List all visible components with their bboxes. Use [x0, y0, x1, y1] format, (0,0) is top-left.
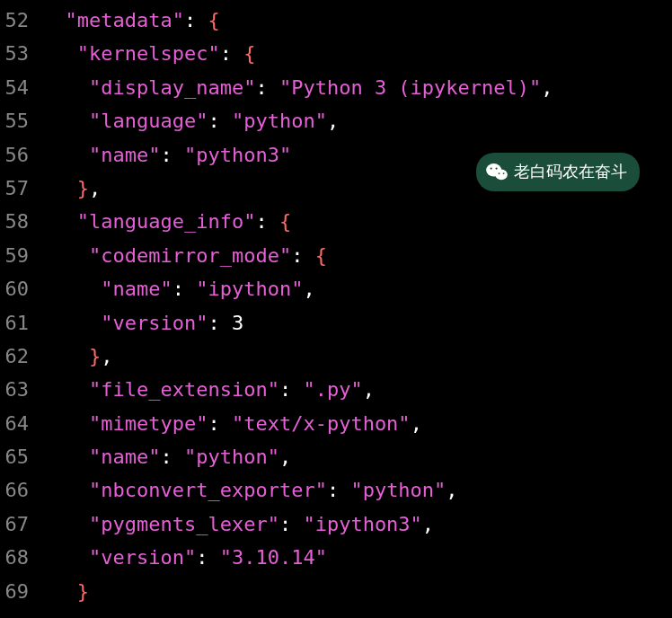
token-key: "kernelspec"	[77, 42, 220, 65]
token-punct: ,	[422, 513, 434, 535]
code-content: "language": "python",	[41, 104, 672, 137]
token-string: "python"	[350, 479, 446, 501]
code-line: 53 "kernelspec": {	[0, 37, 672, 70]
line-number: 64	[0, 407, 41, 440]
token-punct: :	[279, 513, 304, 535]
token-punct	[41, 412, 89, 435]
code-content: "version": 3	[41, 306, 672, 340]
token-punct: :	[184, 9, 208, 31]
token-key: "codemirror_mode"	[89, 244, 291, 267]
token-punct	[41, 513, 89, 535]
token-string: "ipython3"	[303, 513, 421, 535]
wechat-icon	[485, 162, 508, 181]
token-punct: :	[196, 546, 220, 569]
token-key: "display_name"	[89, 76, 255, 99]
watermark-text: 老白码农在奋斗	[514, 158, 627, 186]
token-brace: {	[315, 244, 327, 267]
token-key: "name"	[89, 446, 160, 468]
token-punct: :	[255, 210, 279, 233]
line-number: 63	[0, 373, 41, 406]
token-key: "pygments_lexer"	[89, 513, 279, 535]
line-number: 66	[0, 473, 41, 507]
code-content: "version": "3.10.14"	[41, 541, 672, 574]
code-line: 55 "language": "python",	[0, 104, 672, 137]
token-brace: {	[279, 210, 291, 233]
token-punct	[41, 278, 101, 300]
token-punct	[41, 244, 89, 267]
code-line: 58 "language_info": {	[0, 205, 672, 238]
token-punct	[41, 345, 89, 367]
token-punct: ,	[279, 446, 291, 468]
token-punct	[41, 546, 89, 569]
token-punct: :	[160, 144, 184, 166]
watermark-badge: 老白码农在奋斗	[476, 153, 640, 191]
code-content: "name": "ipython",	[41, 272, 672, 305]
svg-point-4	[499, 172, 500, 174]
code-line: 63 "file_extension": ".py",	[0, 373, 672, 406]
code-content: "metadata": {	[41, 4, 672, 37]
line-number: 58	[0, 205, 41, 238]
line-number: 62	[0, 340, 41, 373]
line-number: 55	[0, 104, 41, 137]
code-content: "codemirror_mode": {	[41, 239, 672, 272]
token-punct	[41, 42, 77, 65]
token-punct: :	[172, 278, 197, 300]
token-string: "python"	[184, 446, 279, 468]
token-key: "metadata"	[66, 9, 184, 31]
code-content: "language_info": {	[41, 205, 672, 238]
token-number: 3	[232, 312, 243, 334]
token-key: "file_extension"	[89, 378, 279, 401]
line-number: 68	[0, 541, 41, 574]
svg-point-3	[495, 168, 497, 170]
token-punct: :	[255, 76, 279, 99]
token-punct: ,	[363, 378, 375, 401]
token-brace: {	[243, 42, 255, 65]
token-punct	[41, 479, 89, 501]
token-punct: ,	[446, 479, 457, 501]
token-punct	[41, 110, 89, 132]
token-string: ".py"	[303, 378, 362, 401]
token-brace: }	[77, 177, 89, 199]
code-content: }	[41, 575, 672, 608]
line-number: 57	[0, 172, 41, 205]
token-punct: ,	[411, 412, 422, 435]
line-number: 61	[0, 306, 41, 340]
token-key: "version"	[101, 312, 208, 334]
code-editor: 52 "metadata": {53 "kernelspec": {54 "di…	[0, 4, 672, 608]
code-content: "mimetype": "text/x-python",	[41, 407, 672, 440]
token-punct	[41, 177, 77, 199]
token-punct	[41, 76, 89, 99]
token-punct	[41, 9, 66, 31]
code-content: "nbconvert_exporter": "python",	[41, 473, 672, 507]
line-number: 67	[0, 508, 41, 541]
token-key: "language"	[89, 110, 208, 132]
code-line: 61 "version": 3	[0, 306, 672, 340]
line-number: 59	[0, 239, 41, 272]
token-string: "ipython"	[196, 278, 303, 300]
token-key: "nbconvert_exporter"	[89, 479, 327, 501]
code-line: 64 "mimetype": "text/x-python",	[0, 407, 672, 440]
line-number: 53	[0, 37, 41, 70]
code-content: "name": "python",	[41, 440, 672, 473]
token-punct: ,	[101, 345, 112, 367]
token-punct	[41, 378, 89, 401]
line-number: 69	[0, 575, 41, 608]
token-key: "version"	[89, 546, 196, 569]
token-punct: ,	[303, 278, 314, 300]
code-line: 68 "version": "3.10.14"	[0, 541, 672, 574]
token-key: "name"	[89, 144, 160, 166]
token-punct	[41, 210, 77, 233]
line-number: 54	[0, 71, 41, 104]
token-string: "3.10.14"	[220, 546, 327, 569]
token-punct	[41, 580, 77, 603]
code-line: 69 }	[0, 575, 672, 608]
svg-point-1	[495, 170, 508, 181]
token-punct	[41, 446, 89, 468]
code-line: 52 "metadata": {	[0, 4, 672, 37]
code-line: 67 "pygments_lexer": "ipython3",	[0, 508, 672, 541]
line-number: 60	[0, 272, 41, 305]
token-key: "language_info"	[77, 210, 256, 233]
token-punct: :	[220, 42, 244, 65]
token-brace: {	[208, 9, 219, 31]
line-number: 52	[0, 4, 41, 37]
